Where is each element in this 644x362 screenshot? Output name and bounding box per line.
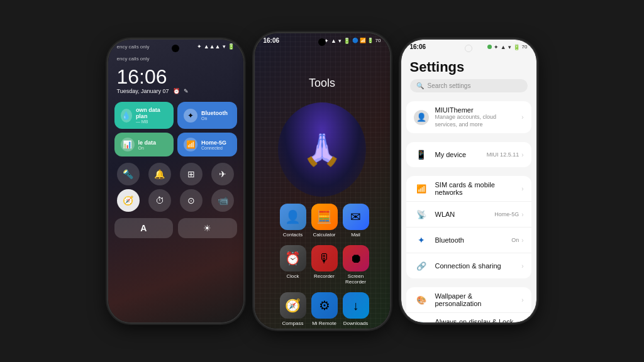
settings-item-wallpaper[interactable]: 🎨 Wallpaper & personalization › [406,287,531,313]
drawer-hero-image: 🙏 [278,102,366,197]
p2-signal-icon: ▲ [331,38,336,44]
bluetooth-right: On › [511,237,523,244]
settings-item-miuithemer[interactable]: 👤 MIUIThemer Manage accounts, cloud serv… [406,101,531,133]
wlan-value: Home-5G [494,211,519,217]
bluetooth-settings-icon-wrap: ✦ [414,233,429,248]
app-contacts[interactable]: 👤 Contacts [280,204,306,238]
mi-remote-icon: ⚙ [311,292,338,319]
settings-item-my-device[interactable]: 📱 My device MIUI 12.5.11 › [406,142,531,167]
app-mi-remote[interactable]: ⚙ Mi Remote [311,292,338,326]
mail-label: Mail [351,232,360,238]
sim-title: SIM cards & mobile networks [435,181,516,196]
cast-btn[interactable]: ⊞ [177,163,205,185]
chevron-icon-3: › [521,211,523,218]
flashlight-btn[interactable]: 🔦 [114,163,142,185]
wlan-icon-wrap: 📡 [414,207,429,222]
chevron-icon-4: › [521,237,523,244]
wifi-icon: ▾ [223,43,226,50]
settings-item-connection[interactable]: 🔗 Connection & sharing › [406,253,531,278]
recorder-icon: 🎙 [311,245,338,272]
data-label: own data plan [136,107,167,119]
miuithemer-right: › [521,114,523,121]
aod-title: Always-on display & Lock screen [435,318,516,322]
location-btn[interactable]: 🧭 [114,189,142,212]
chevron-icon-0: › [521,114,523,121]
app-clock[interactable]: ⏰ Clock [280,245,306,285]
app-drawer-content: Tools 🙏 👤 Contacts 🧮 Calculator [255,45,390,329]
clock-icon: ⏰ [280,245,306,272]
contacts-icon: 👤 [280,204,306,230]
cc-date-row: Tuesday, January 07 ⏰ ✎ [117,88,235,94]
chevron-icon-5: › [521,263,523,270]
p3-battery-pct: 70 [522,44,528,50]
app-mail[interactable]: ✉ Mail [343,204,369,238]
cc-round-grid-1: 🔦 🔔 ⊞ ✈ [108,159,243,189]
downloads-icon: ↓ [343,292,369,319]
notification-btn[interactable]: 🔔 [146,163,174,185]
cc-tile-data[interactable]: 💧 own data plan — MB [114,102,174,129]
airplane-btn[interactable]: ✈ [209,163,236,185]
contacts-label: Contacts [283,232,303,238]
search-bar[interactable]: 🔍 Search settings [410,79,528,92]
app-compass[interactable]: 🧭 Compass [280,292,306,326]
my-device-content: My device [435,151,480,158]
phone-2-screen: 16:06 ✦ ▲ ▾ 🔋 🔵 📶 🔋 70 Tools 🙏 [255,33,390,329]
wifi-tile-icon: 📶 [184,138,197,151]
cc-tile-wifi[interactable]: 📶 Home-5G Connected [177,133,237,156]
cc-time: 16:06 [117,67,235,87]
wlan-icon: 📡 [416,210,426,219]
cc-emergency-text: ency calls only [108,51,243,64]
phone-3-screen: 16:06 ✦ ▲ ▾ 🔋 70 Settings 🔍 Search setti… [401,40,536,322]
mobile-data-sub: On [138,146,157,150]
wallpaper-title: Wallpaper & personalization [435,292,516,307]
phone-1-screen: ency calls only ✦ ▲▲▲ ▾ 🔋 ency calls onl… [108,40,243,322]
cc-datetime: 16:06 Tuesday, January 07 ⏰ ✎ [108,64,243,99]
battery-icon: 🔋 [228,43,235,50]
camera-btn[interactable]: 📹 [209,189,236,212]
p3-wifi-icon: ▾ [508,44,511,50]
p2-battery-icon: 🔋 [343,38,350,44]
sim-icon: 📶 [416,184,426,194]
phone-3: 16:06 ✦ ▲ ▾ 🔋 70 Settings 🔍 Search setti… [401,40,536,322]
connection-icon-wrap: 🔗 [414,258,429,273]
wallpaper-icon-wrap: 🎨 [414,292,429,307]
app-downloads[interactable]: ↓ Downloads [343,292,369,326]
search-placeholder: Search settings [428,82,471,89]
app-screen-recorder[interactable]: ⏺ Screen Recorder [343,245,369,285]
aod-icon-wrap: 🔒 [414,318,429,322]
app-grid-row3: 🧭 Compass ⚙ Mi Remote ↓ Downloads [255,288,390,329]
punch-hole-2 [318,38,326,46]
bluetooth-settings-icon: ✦ [418,235,425,245]
settings-item-bluetooth[interactable]: ✦ Bluetooth On › [406,228,531,253]
p2-battery-pct: 🔵 📶 🔋 70 [352,38,381,43]
bluetooth-title: Bluetooth [435,236,506,244]
phone-1: ency calls only ✦ ▲▲▲ ▾ 🔋 ency calls onl… [108,40,243,322]
aod-content: Always-on display & Lock screen [435,318,516,322]
timer-btn[interactable]: ⏱ [146,189,174,212]
mail-icon: ✉ [343,204,369,230]
accessibility-btn[interactable]: A [114,218,174,238]
cc-tile-mobile-data[interactable]: 📊 le data On [114,133,174,156]
app-grid-2: ⏰ Clock 🎙 Recorder ⏺ Screen Recorder [267,245,377,285]
settings-section-device: 📱 My device MIUI 12.5.11 › [406,142,531,167]
p3-status-icons: ✦ ▲ ▾ 🔋 70 [487,44,528,50]
p3-time: 16:06 [410,43,426,50]
nfc-btn[interactable]: ⊙ [177,189,205,212]
calculator-label: Calculator [313,232,335,238]
connection-icon: 🔗 [416,261,426,271]
p3-green-dot [487,45,492,49]
settings-item-wlan[interactable]: 📡 WLAN Home-5G › [406,202,531,228]
data-sub: — MB [136,119,167,124]
section-gap-1 [401,136,536,140]
app-recorder[interactable]: 🎙 Recorder [311,245,338,285]
app-calculator[interactable]: 🧮 Calculator [311,204,338,238]
settings-header: Settings 🔍 Search settings [401,52,536,99]
bell-icon: 🔔 [148,163,171,185]
chevron-icon-1: › [521,151,523,158]
settings-item-sim[interactable]: 📶 SIM cards & mobile networks › [406,176,531,202]
brightness-btn[interactable]: ☀ [178,218,237,238]
settings-item-aod[interactable]: 🔒 Always-on display & Lock screen › [406,313,531,322]
mobile-data-icon: 📊 [121,138,135,151]
wifi-label: Home-5G [201,140,226,146]
cc-tile-bluetooth[interactable]: ✦ Bluetooth On [177,102,237,129]
